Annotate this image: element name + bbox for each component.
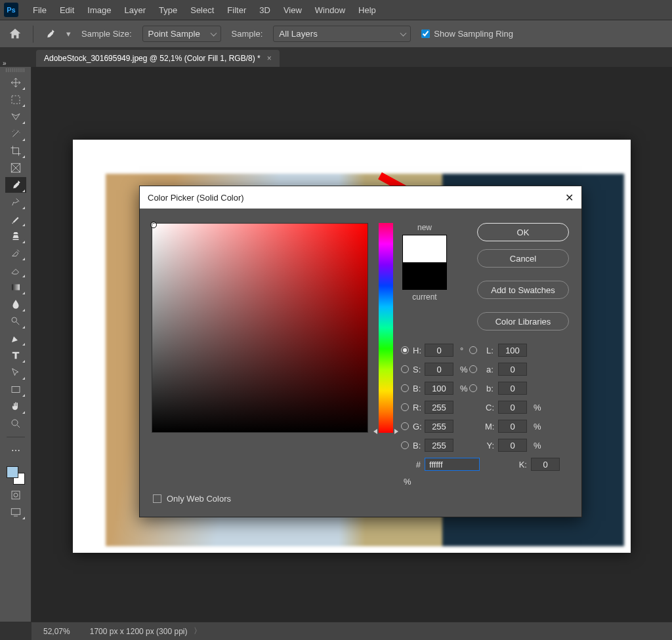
ok-button[interactable]: OK bbox=[477, 223, 569, 241]
marquee-tool[interactable] bbox=[5, 92, 26, 108]
svg-point-7 bbox=[14, 493, 18, 497]
input-hex[interactable] bbox=[425, 458, 480, 471]
show-sampling-ring-checkbox[interactable]: Show Sampling Ring bbox=[421, 29, 513, 39]
menu-help[interactable]: Help bbox=[352, 1, 383, 19]
hand-tool[interactable] bbox=[5, 399, 26, 414]
current-label: current bbox=[412, 292, 436, 302]
dodge-tool[interactable] bbox=[5, 313, 26, 329]
chevron-down-icon[interactable]: ▾ bbox=[66, 29, 71, 39]
new-label: new bbox=[417, 223, 432, 232]
lasso-tool[interactable] bbox=[5, 109, 26, 125]
menu-layer[interactable]: Layer bbox=[118, 1, 153, 19]
edit-toolbar-icon[interactable]: ⋯ bbox=[5, 443, 26, 458]
foreground-swatch[interactable] bbox=[7, 466, 18, 478]
input-k[interactable] bbox=[531, 458, 560, 471]
radio-h[interactable] bbox=[401, 346, 409, 354]
frame-tool[interactable] bbox=[5, 160, 26, 176]
home-icon[interactable] bbox=[8, 27, 22, 41]
svg-point-3 bbox=[12, 317, 17, 323]
input-h[interactable] bbox=[425, 344, 453, 357]
new-color-swatch bbox=[403, 235, 446, 262]
move-tool[interactable] bbox=[5, 75, 26, 90]
input-l[interactable] bbox=[498, 344, 527, 357]
color-picker-dialog: Color Picker (Solid Color) ✕ Only Web Co… bbox=[139, 186, 582, 517]
input-r[interactable] bbox=[425, 401, 453, 414]
panel-handle[interactable] bbox=[6, 68, 26, 72]
svg-rect-8 bbox=[11, 509, 20, 515]
close-tab-icon[interactable]: × bbox=[267, 54, 272, 63]
input-y[interactable] bbox=[498, 439, 527, 452]
current-color-swatch[interactable] bbox=[403, 262, 446, 289]
color-swatches[interactable] bbox=[5, 465, 26, 486]
input-a[interactable] bbox=[498, 363, 527, 376]
color-preview bbox=[402, 235, 447, 290]
sample-select[interactable]: All Layers bbox=[273, 26, 411, 42]
menu-view[interactable]: View bbox=[277, 1, 308, 19]
blur-tool[interactable] bbox=[5, 296, 26, 312]
history-brush-tool[interactable] bbox=[5, 245, 26, 261]
rectangle-tool[interactable] bbox=[5, 382, 26, 397]
color-libraries-button[interactable]: Color Libraries bbox=[477, 312, 569, 330]
radio-labb[interactable] bbox=[469, 384, 477, 392]
radio-s[interactable] bbox=[401, 365, 409, 373]
input-g[interactable] bbox=[425, 420, 453, 433]
radio-bv[interactable] bbox=[401, 384, 409, 392]
sample-size-label: Sample Size: bbox=[81, 29, 132, 39]
type-tool[interactable] bbox=[5, 348, 26, 363]
cancel-button[interactable]: Cancel bbox=[477, 249, 569, 268]
crop-tool[interactable] bbox=[5, 143, 26, 159]
zoom-readout[interactable]: 52,07% bbox=[43, 627, 70, 636]
input-s[interactable] bbox=[425, 363, 453, 376]
menu-type[interactable]: Type bbox=[152, 1, 184, 19]
eraser-tool[interactable] bbox=[5, 262, 26, 278]
document-tab[interactable]: AdobeStock_301695949.jpeg @ 52,1% (Color… bbox=[36, 50, 280, 67]
quickmask-tool[interactable] bbox=[5, 487, 26, 503]
zoom-tool[interactable] bbox=[5, 416, 26, 431]
menu-window[interactable]: Window bbox=[308, 1, 352, 19]
saturation-field[interactable] bbox=[152, 223, 368, 433]
input-c[interactable] bbox=[498, 401, 527, 414]
svg-rect-4 bbox=[12, 387, 20, 393]
dialog-titlebar[interactable]: Color Picker (Solid Color) ✕ bbox=[140, 186, 581, 209]
hue-slider[interactable] bbox=[379, 223, 393, 433]
magic-wand-tool[interactable] bbox=[5, 126, 26, 142]
status-bar: 52,07% 1700 px x 1200 px (300 ppi)〉 bbox=[32, 622, 672, 640]
healing-brush-tool[interactable] bbox=[5, 194, 26, 210]
svg-rect-2 bbox=[12, 285, 20, 290]
add-swatches-button[interactable]: Add to Swatches bbox=[477, 281, 569, 299]
clone-stamp-tool[interactable] bbox=[5, 228, 26, 244]
only-web-colors-checkbox[interactable]: Only Web Colors bbox=[153, 494, 231, 504]
tab-scroll-icon[interactable]: » bbox=[3, 48, 7, 67]
color-cursor[interactable] bbox=[150, 222, 157, 228]
menu-edit[interactable]: Edit bbox=[53, 1, 81, 19]
eyedropper-icon[interactable] bbox=[44, 28, 56, 40]
menu-select[interactable]: Select bbox=[184, 1, 220, 19]
sample-size-select[interactable]: Point Sample bbox=[142, 26, 221, 42]
options-bar: ▾ Sample Size: Point Sample Sample: All … bbox=[0, 20, 672, 47]
chevron-right-icon[interactable]: 〉 bbox=[194, 626, 201, 637]
menu-file[interactable]: File bbox=[26, 1, 53, 19]
path-selection-tool[interactable] bbox=[5, 365, 26, 380]
input-bv[interactable] bbox=[425, 382, 453, 395]
pen-tool[interactable] bbox=[5, 330, 26, 346]
radio-a[interactable] bbox=[469, 365, 477, 373]
brush-tool[interactable] bbox=[5, 211, 26, 227]
radio-g[interactable] bbox=[401, 422, 409, 430]
sample-label: Sample: bbox=[232, 29, 263, 39]
screen-mode-tool[interactable] bbox=[5, 504, 26, 520]
svg-rect-0 bbox=[12, 96, 20, 104]
menu-filter[interactable]: Filter bbox=[220, 1, 253, 19]
gradient-tool[interactable] bbox=[5, 279, 26, 295]
close-icon[interactable]: ✕ bbox=[565, 191, 574, 204]
eyedropper-tool[interactable] bbox=[5, 177, 26, 193]
radio-bb[interactable] bbox=[401, 441, 409, 449]
radio-l[interactable] bbox=[469, 346, 477, 354]
doc-dimensions[interactable]: 1700 px x 1200 px (300 ppi) bbox=[90, 627, 188, 636]
document-tab-title: AdobeStock_301695949.jpeg @ 52,1% (Color… bbox=[44, 54, 261, 63]
input-b[interactable] bbox=[425, 439, 453, 452]
menu-3d[interactable]: 3D bbox=[253, 1, 277, 19]
radio-r[interactable] bbox=[401, 403, 409, 411]
menu-image[interactable]: Image bbox=[81, 1, 117, 19]
input-m[interactable] bbox=[498, 420, 527, 433]
input-labb[interactable] bbox=[498, 382, 527, 395]
